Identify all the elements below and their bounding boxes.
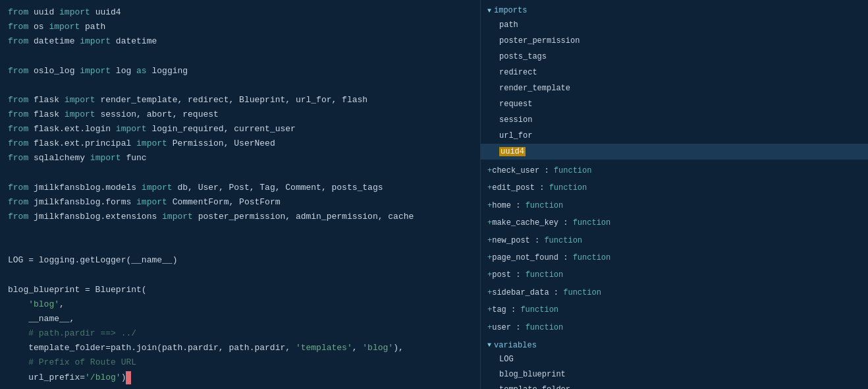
outline-fn-post[interactable]: +post : function xyxy=(481,266,868,284)
outline-fn-user[interactable]: +user : function xyxy=(481,319,868,336)
outline-fn-tag[interactable]: +tag : function xyxy=(481,301,868,318)
outline-import-item[interactable]: render_template xyxy=(481,80,868,96)
code-line xyxy=(0,224,480,239)
code-line: # path.pardir ==> ../ xyxy=(0,326,480,341)
code-line: LOG = logging.getLogger(__name__) xyxy=(0,253,480,268)
imports-label: imports xyxy=(494,6,527,15)
code-line: url_prefix='/blog') xyxy=(0,371,480,385)
code-line xyxy=(0,78,480,93)
code-line: blog_blueprint = Blueprint( xyxy=(0,283,480,297)
code-line: __name__, xyxy=(0,312,480,326)
outline-import-item-uuid4[interactable]: uuid4 xyxy=(481,144,868,160)
code-line xyxy=(0,385,480,389)
outline-fn-sidebar-data[interactable]: +sidebar_data : function xyxy=(481,284,868,301)
code-line xyxy=(0,239,480,253)
outline-var-log[interactable]: LOG xyxy=(481,352,868,367)
outline-imports-header[interactable]: ▼ imports xyxy=(481,4,868,17)
variables-section: ▼ variables LOG blog_blueprint template_… xyxy=(481,339,868,389)
code-line: from flask.ext.login import login_requir… xyxy=(0,122,480,136)
variables-label: variables xyxy=(494,341,537,350)
chevron-down-icon: ▼ xyxy=(487,7,491,15)
outline-fn-edit-post[interactable]: +edit_post : function xyxy=(481,179,868,196)
chevron-down-icon: ▼ xyxy=(487,342,491,349)
code-line: from datetime import datetime xyxy=(0,34,480,49)
outline-fn-check-user[interactable]: +check_user : function xyxy=(481,162,868,179)
outline-import-item[interactable]: request xyxy=(481,96,868,112)
code-line: from jmilkfansblog.extensions import pos… xyxy=(0,210,480,224)
functions-list: +check_user : function +edit_post : func… xyxy=(481,162,868,336)
code-line: from uuid import uuid4 xyxy=(0,5,480,20)
code-line xyxy=(0,268,480,283)
code-line: 'blog', xyxy=(0,297,480,312)
outline-var-blog-blueprint[interactable]: blog_blueprint xyxy=(481,367,868,382)
outline-fn-make-cache-key[interactable]: +make_cache_key : function xyxy=(481,214,868,231)
code-line: from flask import render_template, redir… xyxy=(0,93,480,107)
outline-var-template-folder[interactable]: template_folder xyxy=(481,382,868,389)
outline-import-item[interactable]: url_for xyxy=(481,128,868,144)
code-line xyxy=(0,166,480,181)
outline-import-item[interactable]: posts_tags xyxy=(481,49,868,65)
outline-panel: ▼ imports path poster_permission posts_t… xyxy=(481,0,868,389)
code-line xyxy=(0,49,480,63)
outline-variables-header[interactable]: ▼ variables xyxy=(481,339,868,352)
code-line: # Prefix of Route URL xyxy=(0,355,480,370)
code-line: from flask import session, abort, reques… xyxy=(0,107,480,122)
code-line: template_folder=path.join(path.pardir, p… xyxy=(0,341,480,355)
imports-list: path poster_permission posts_tags redire… xyxy=(481,17,868,160)
outline-import-item[interactable]: redirect xyxy=(481,65,868,80)
outline-fn-home[interactable]: +home : function xyxy=(481,197,868,214)
outline-import-item[interactable]: path xyxy=(481,17,868,33)
outline-import-item[interactable]: poster_permission xyxy=(481,33,868,49)
code-line: from sqlalchemy import func xyxy=(0,151,480,165)
code-line: from flask.ext.principal import Permissi… xyxy=(0,136,480,151)
code-line: from jmilkfansblog.forms import CommentF… xyxy=(0,195,480,210)
outline-import-item[interactable]: session xyxy=(481,112,868,128)
outline-fn-page-not-found[interactable]: +page_not_found : function xyxy=(481,249,868,266)
outline-fn-new-post[interactable]: +new_post : function xyxy=(481,232,868,249)
code-line: from oslo_log import log as logging xyxy=(0,64,480,78)
code-editor[interactable]: from uuid import uuid4 from os import pa… xyxy=(0,0,481,389)
code-line: from jmilkfansblog.models import db, Use… xyxy=(0,181,480,195)
code-line: from os import path xyxy=(0,20,480,34)
